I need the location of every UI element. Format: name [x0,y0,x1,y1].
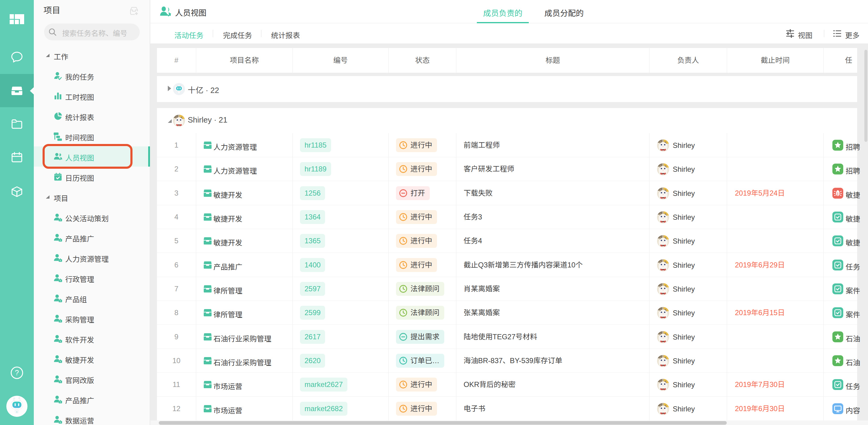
svg-text:?: ? [15,369,19,377]
